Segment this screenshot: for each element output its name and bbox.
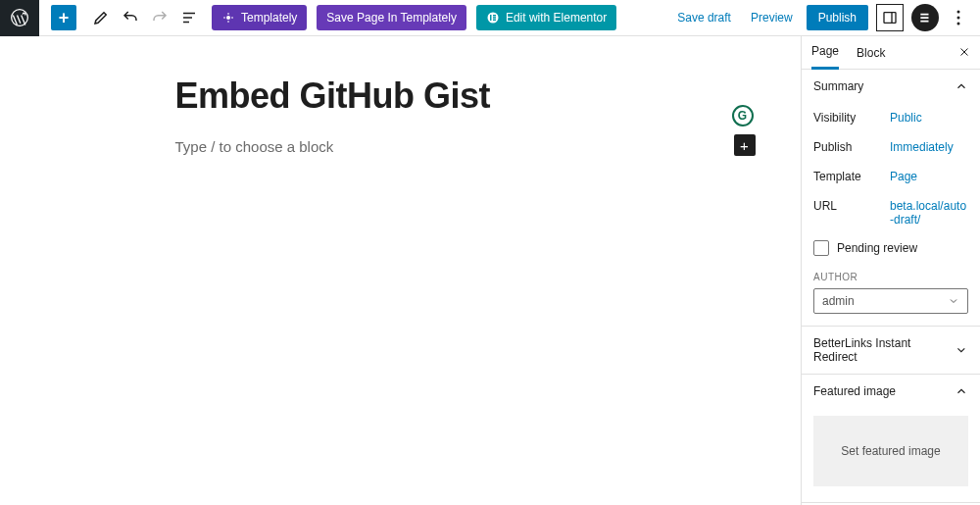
chevron-up-icon: [955, 384, 968, 398]
row-publish: Publish Immediately: [813, 132, 968, 162]
url-label: URL: [813, 199, 890, 227]
sidebar-icon: [882, 10, 898, 25]
grammarly-button[interactable]: G: [732, 105, 754, 126]
top-toolbar: + Templately Save Page In Templately Edi…: [0, 0, 980, 36]
tab-block[interactable]: Block: [857, 46, 885, 69]
templately-button[interactable]: Templately: [212, 5, 307, 30]
set-featured-image-button[interactable]: Set featured image: [813, 416, 968, 486]
chevron-down-icon: [948, 295, 959, 307]
more-options-button[interactable]: [947, 4, 970, 31]
pencil-icon: [92, 9, 110, 26]
publish-button[interactable]: Publish: [807, 5, 868, 30]
undo-icon: [122, 9, 139, 26]
panel-summary-body: Visibility Public Publish Immediately Te…: [802, 103, 980, 326]
svg-rect-6: [493, 20, 496, 22]
row-visibility: Visibility Public: [813, 103, 968, 132]
panel-betterlinks-title: BetterLinks Instant Redirect: [813, 336, 955, 364]
svg-point-10: [957, 17, 960, 20]
edit-mode-button[interactable]: [88, 5, 114, 30]
panel-betterlinks-header[interactable]: BetterLinks Instant Redirect: [802, 327, 980, 374]
template-value[interactable]: Page: [890, 170, 968, 183]
publish-label: Publish: [813, 140, 890, 154]
panel-featured-image-title: Featured image: [813, 384, 896, 398]
redo-icon: [151, 9, 169, 26]
elementor-label: Edit with Elementor: [506, 11, 607, 25]
pending-review-row: Pending review: [813, 234, 968, 260]
kebab-icon: [956, 10, 960, 25]
panel-featured-image-header[interactable]: Featured image: [802, 375, 980, 408]
save-draft-button[interactable]: Save draft: [671, 5, 737, 30]
add-block-toolbar-button[interactable]: +: [51, 5, 76, 30]
svg-point-9: [957, 11, 960, 14]
tab-page[interactable]: Page: [811, 44, 839, 70]
chevron-down-icon: [955, 343, 968, 357]
templately-label: Templately: [241, 11, 297, 25]
inline-add-block-button[interactable]: +: [734, 134, 756, 156]
save-templately-label: Save Page In Templately: [326, 11, 457, 25]
plugin-panel-button[interactable]: [911, 4, 939, 31]
panel-featured-image-body: Set featured image: [802, 416, 980, 502]
undo-button[interactable]: [118, 5, 143, 30]
block-placeholder[interactable]: Type / to choose a block: [175, 138, 626, 155]
svg-rect-4: [493, 15, 496, 17]
url-value[interactable]: beta.local/auto-draft/: [890, 199, 968, 227]
close-icon: [958, 46, 970, 58]
document-overview-button[interactable]: [176, 5, 202, 30]
panel-summary-header[interactable]: Summary: [802, 70, 980, 103]
visibility-label: Visibility: [813, 111, 890, 125]
list-icon: [180, 9, 198, 26]
wordpress-icon: [10, 8, 29, 27]
pending-review-checkbox[interactable]: [813, 240, 829, 256]
svg-rect-5: [493, 17, 496, 19]
panel-betterlinks: BetterLinks Instant Redirect: [802, 327, 980, 375]
panel-summary: Summary Visibility Public Publish Immedi…: [802, 70, 980, 327]
publish-value[interactable]: Immediately: [890, 140, 968, 154]
toolbar-left: + Templately Save Page In Templately Edi…: [39, 5, 616, 30]
svg-rect-3: [490, 15, 492, 21]
page-title-input[interactable]: Embed GitHub Gist: [175, 76, 626, 117]
row-url: URL beta.local/auto-draft/: [813, 191, 968, 234]
wordpress-logo[interactable]: [0, 0, 39, 36]
main-area: Embed GitHub Gist Type / to choose a blo…: [0, 36, 980, 505]
editor-column: Embed GitHub Gist Type / to choose a blo…: [175, 76, 626, 505]
panel-summary-title: Summary: [813, 79, 863, 93]
elementor-button[interactable]: Edit with Elementor: [476, 5, 616, 30]
visibility-value[interactable]: Public: [890, 111, 968, 125]
svg-point-1: [226, 16, 230, 20]
row-template: Template Page: [813, 162, 968, 191]
template-label: Template: [813, 170, 890, 183]
elementor-icon: [486, 11, 500, 25]
author-select[interactable]: admin: [813, 288, 968, 314]
pending-review-label: Pending review: [837, 241, 917, 255]
preview-button[interactable]: Preview: [745, 5, 799, 30]
save-templately-button[interactable]: Save Page In Templately: [317, 5, 466, 30]
svg-point-11: [957, 23, 960, 25]
toolbar-right: Save draft Preview Publish: [671, 4, 980, 31]
chevron-up-icon: [955, 79, 968, 93]
author-select-value: admin: [822, 294, 855, 308]
close-sidebar-button[interactable]: [958, 45, 970, 61]
eb-icon: [918, 11, 932, 25]
panel-featured-image: Featured image Set featured image: [802, 375, 980, 503]
author-heading: AUTHOR: [813, 272, 968, 282]
sidebar-tabs: Page Block: [802, 36, 980, 70]
settings-toggle-button[interactable]: [876, 4, 904, 31]
svg-rect-7: [884, 13, 896, 24]
editor-canvas[interactable]: Embed GitHub Gist Type / to choose a blo…: [0, 36, 801, 505]
settings-sidebar: Page Block Summary Visibility Public Pub…: [801, 36, 980, 505]
redo-button[interactable]: [147, 5, 172, 30]
templately-icon: [221, 11, 235, 25]
